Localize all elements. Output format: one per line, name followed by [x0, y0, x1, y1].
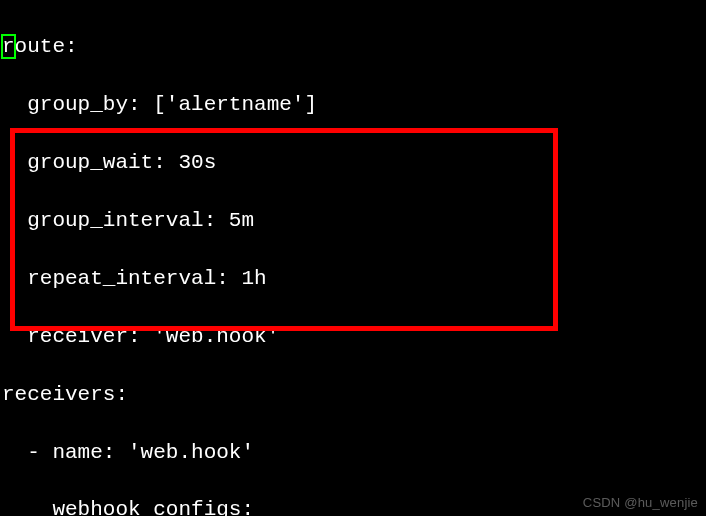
- config-line: group_interval: 5m: [2, 207, 704, 236]
- config-line: route:: [2, 33, 704, 62]
- cursor: r: [2, 35, 15, 58]
- config-line: receiver: 'web.hook': [2, 323, 704, 352]
- config-line: - name: 'web.hook': [2, 439, 704, 468]
- config-line: repeat_interval: 1h: [2, 265, 704, 294]
- watermark: CSDN @hu_wenjie: [583, 494, 698, 512]
- terminal-output: route: group_by: ['alertname'] group_wai…: [2, 4, 704, 516]
- line-rest: oute:: [15, 35, 78, 58]
- config-line: group_wait: 30s: [2, 149, 704, 178]
- config-line: group_by: ['alertname']: [2, 91, 704, 120]
- config-line: receivers:: [2, 381, 704, 410]
